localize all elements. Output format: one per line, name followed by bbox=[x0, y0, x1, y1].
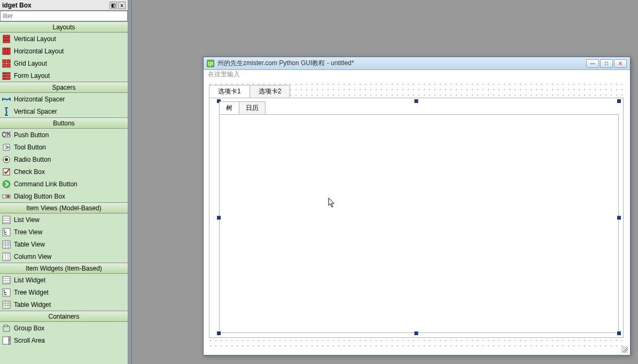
column-view-icon bbox=[2, 252, 11, 261]
svg-rect-49 bbox=[3, 301, 10, 308]
svg-rect-10 bbox=[3, 73, 5, 74]
widget-scroll-area[interactable]: Scroll Area bbox=[0, 334, 128, 346]
widget-group-box[interactable]: Group Box bbox=[0, 322, 128, 334]
widget-tool-button[interactable]: Tool Button bbox=[0, 141, 128, 153]
vertical-spacer-icon bbox=[2, 107, 11, 116]
widget-box-title: idget Box bbox=[2, 2, 108, 9]
group-box-icon bbox=[2, 324, 11, 333]
widget-list-view[interactable]: List View bbox=[0, 213, 128, 226]
outer-tab-1[interactable]: 选项卡1 bbox=[209, 85, 250, 98]
inner-tab-widget[interactable]: 树 日历 bbox=[219, 101, 619, 333]
widget-label: Check Box bbox=[14, 168, 45, 176]
widget-vertical-layout[interactable]: Vertical Layout bbox=[0, 33, 128, 45]
widget-command-link-button[interactable]: Command Link Button bbox=[0, 178, 128, 190]
widget-label: Vertical Layout bbox=[14, 35, 56, 43]
close-button[interactable]: X bbox=[614, 59, 627, 68]
svg-rect-6 bbox=[3, 60, 6, 63]
inner-tab-calendar[interactable]: 日历 bbox=[239, 101, 266, 114]
widget-radio-button[interactable]: Radio Button bbox=[0, 153, 128, 165]
selection-handle-bl[interactable] bbox=[217, 331, 221, 335]
form-body[interactable]: 在这里输入 选项卡1 选项卡2 树 日历 bbox=[204, 70, 630, 355]
list-view-icon bbox=[2, 216, 11, 224]
scroll-area-icon bbox=[2, 336, 11, 345]
widget-label: Table Widget bbox=[14, 301, 51, 308]
radio-button-icon bbox=[2, 155, 11, 164]
tree-widget-icon bbox=[2, 288, 11, 297]
section-header-buttons[interactable]: Buttons bbox=[0, 117, 128, 129]
widget-tree-widget[interactable]: Tree Widget bbox=[0, 286, 128, 298]
svg-text:OK: OK bbox=[2, 131, 11, 138]
svg-rect-58 bbox=[9, 338, 10, 341]
svg-rect-4 bbox=[5, 48, 7, 54]
command-link-icon bbox=[2, 180, 11, 188]
resize-grip[interactable] bbox=[621, 346, 628, 353]
widget-column-view[interactable]: Column View bbox=[0, 250, 128, 263]
svg-rect-7 bbox=[7, 60, 10, 63]
selection-handle-tm[interactable] bbox=[415, 99, 418, 103]
widget-table-widget[interactable]: Table Widget bbox=[0, 298, 128, 311]
widget-list-widget[interactable]: List Widget bbox=[0, 274, 128, 286]
svg-rect-38 bbox=[3, 253, 10, 260]
form-titlebar[interactable]: Qt 州的先生zmister.com Python GUI教程 - untitl… bbox=[204, 57, 630, 70]
widget-label: Push Button bbox=[14, 131, 49, 139]
widget-form-layout[interactable]: Form Layout bbox=[0, 69, 128, 82]
inner-tabs-row: 树 日历 bbox=[219, 101, 619, 114]
svg-rect-8 bbox=[3, 64, 6, 67]
section-header-spacers[interactable]: Spacers bbox=[0, 82, 128, 93]
inner-tab-tree[interactable]: 树 bbox=[219, 101, 239, 114]
svg-rect-33 bbox=[3, 241, 10, 248]
widget-label: Vertical Spacer bbox=[14, 108, 57, 115]
push-button-icon: OK bbox=[2, 131, 11, 139]
dock-button[interactable]: ◧ bbox=[110, 2, 117, 9]
widget-label: Table View bbox=[14, 241, 45, 248]
selection-handle-tr[interactable] bbox=[617, 99, 621, 103]
outer-tab-content[interactable]: 树 日历 bbox=[209, 98, 624, 338]
table-widget-icon bbox=[2, 300, 11, 309]
widget-label: List View bbox=[14, 216, 40, 224]
section-header-containers[interactable]: Containers bbox=[0, 311, 128, 322]
check-box-icon bbox=[2, 168, 11, 176]
grid-layout-icon bbox=[2, 59, 11, 68]
widget-box-panel: idget Box ◧ x Layouts Vertical Layout Ho… bbox=[0, 0, 128, 364]
section-header-item-widgets[interactable]: Item Widgets (Item-Based) bbox=[0, 263, 128, 274]
widget-label: Scroll Area bbox=[14, 337, 45, 344]
widget-push-button[interactable]: OK Push Button bbox=[0, 129, 128, 141]
form-title: 州的先生zmister.com Python GUI教程 - untitled* bbox=[217, 59, 585, 68]
filter-input[interactable] bbox=[0, 11, 128, 21]
svg-rect-5 bbox=[8, 48, 10, 54]
svg-point-22 bbox=[3, 180, 10, 188]
outer-tabs-row: 选项卡1 选项卡2 bbox=[209, 85, 624, 98]
outer-tab-2[interactable]: 选项卡2 bbox=[250, 85, 291, 98]
widget-vertical-spacer[interactable]: Vertical Spacer bbox=[0, 105, 128, 117]
selection-handle-mr[interactable] bbox=[617, 216, 621, 220]
widget-label: Group Box bbox=[14, 325, 44, 332]
minimize-button[interactable]: — bbox=[586, 59, 599, 68]
widget-horizontal-layout[interactable]: Horizontal Layout bbox=[0, 45, 128, 57]
widget-grid-layout[interactable]: Grid Layout bbox=[0, 57, 128, 69]
tool-button-icon bbox=[2, 143, 11, 152]
maximize-button[interactable]: □ bbox=[600, 59, 613, 68]
outer-tab-widget[interactable]: 选项卡1 选项卡2 树 日历 bbox=[209, 85, 624, 338]
selection-handle-bm[interactable] bbox=[415, 331, 418, 335]
svg-rect-3 bbox=[3, 48, 5, 54]
section-header-item-views[interactable]: Item Views (Model-Based) bbox=[0, 202, 128, 213]
svg-rect-9 bbox=[7, 64, 10, 67]
widget-label: Horizontal Spacer bbox=[14, 96, 65, 103]
widget-check-box[interactable]: Check Box bbox=[0, 165, 128, 178]
widget-label: Radio Button bbox=[14, 156, 51, 163]
close-panel-button[interactable]: x bbox=[118, 2, 126, 9]
selection-handle-ml[interactable] bbox=[217, 216, 221, 220]
horizontal-spacer-icon bbox=[2, 95, 11, 104]
widget-dialog-button-box[interactable]: Dialog Button Box bbox=[0, 190, 128, 202]
section-header-layouts[interactable]: Layouts bbox=[0, 21, 128, 33]
widget-table-view[interactable]: Table View bbox=[0, 238, 128, 250]
widget-tree-view[interactable]: Tree View bbox=[0, 226, 128, 238]
svg-rect-13 bbox=[5, 75, 10, 77]
svg-rect-14 bbox=[3, 78, 5, 80]
widget-horizontal-spacer[interactable]: Horizontal Spacer bbox=[0, 93, 128, 105]
menubar-placeholder[interactable]: 在这里输入 bbox=[204, 70, 630, 78]
selection-handle-br[interactable] bbox=[617, 331, 621, 335]
inner-tab-content[interactable] bbox=[219, 114, 619, 333]
tree-view-icon bbox=[2, 228, 11, 236]
panel-separator[interactable] bbox=[131, 0, 132, 364]
